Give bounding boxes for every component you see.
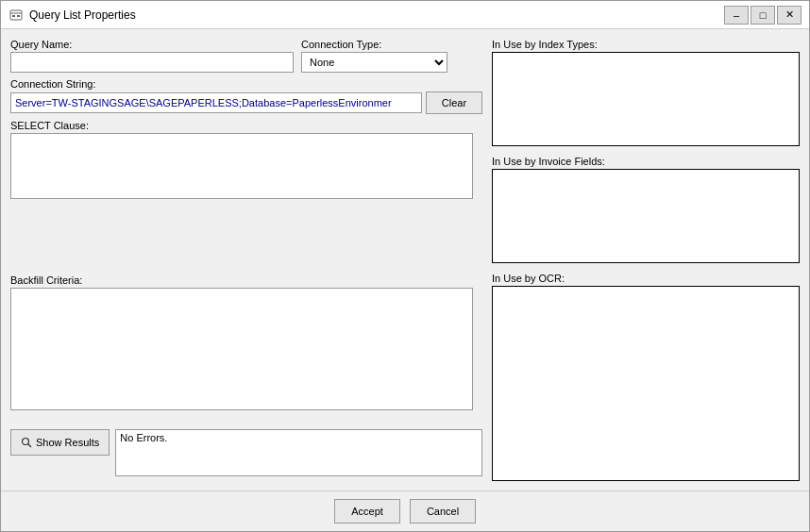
connection-string-row: Clear	[10, 91, 482, 114]
maximize-button[interactable]: □	[751, 6, 775, 25]
main-content: Query Name: Connection Type: None Connec…	[1, 29, 809, 490]
invoice-fields-label: In Use by Invoice Fields:	[492, 156, 800, 167]
window-icon	[8, 8, 24, 23]
select-clause-label: SELECT Clause:	[10, 120, 482, 131]
search-icon	[21, 437, 32, 448]
connection-type-select[interactable]: None	[301, 52, 447, 73]
show-results-button[interactable]: Show Results	[10, 429, 110, 456]
select-clause-textarea[interactable]	[10, 133, 473, 199]
errors-textarea[interactable]: No Errors.	[115, 429, 482, 476]
connection-string-group: Connection String: Clear	[10, 78, 482, 114]
bottom-row: Show Results No Errors.	[10, 429, 482, 481]
right-panel: In Use by Index Types: In Use by Invoice…	[492, 39, 800, 481]
svg-rect-2	[12, 15, 15, 17]
invoice-fields-listbox[interactable]	[492, 169, 800, 263]
backfill-criteria-textarea[interactable]	[10, 288, 473, 410]
index-types-listbox[interactable]	[492, 52, 800, 146]
title-bar: Query List Properties – □ ✕	[1, 1, 809, 29]
svg-rect-3	[17, 15, 20, 17]
window-controls: – □ ✕	[724, 6, 802, 25]
svg-line-5	[28, 444, 32, 448]
index-types-group: In Use by Index Types:	[492, 39, 800, 146]
footer: Accept Cancel	[1, 490, 809, 531]
ocr-group: In Use by OCR:	[492, 273, 800, 481]
query-name-group: Query Name:	[10, 39, 294, 73]
left-panel: Query Name: Connection Type: None Connec…	[10, 39, 482, 481]
invoice-fields-group: In Use by Invoice Fields:	[492, 156, 800, 263]
accept-button[interactable]: Accept	[334, 499, 400, 524]
window-title: Query List Properties	[29, 8, 724, 22]
top-fields-row: Query Name: Connection Type: None	[10, 39, 482, 73]
connection-string-input[interactable]	[10, 92, 422, 113]
connection-string-label: Connection String:	[10, 78, 482, 90]
cancel-button[interactable]: Cancel	[410, 499, 476, 524]
show-results-label: Show Results	[36, 437, 99, 448]
clear-button[interactable]: Clear	[426, 91, 482, 114]
ocr-label: In Use by OCR:	[492, 273, 800, 284]
main-window: Query List Properties – □ ✕ Query Name: …	[0, 0, 810, 532]
connection-type-label: Connection Type:	[301, 39, 447, 50]
close-button[interactable]: ✕	[777, 6, 802, 25]
index-types-label: In Use by Index Types:	[492, 39, 800, 50]
backfill-criteria-group: Backfill Criteria:	[10, 274, 482, 424]
svg-point-4	[23, 439, 29, 445]
query-name-input[interactable]	[10, 52, 294, 73]
query-name-label: Query Name:	[10, 39, 294, 50]
svg-rect-0	[10, 10, 22, 20]
ocr-listbox[interactable]	[492, 286, 800, 481]
backfill-criteria-label: Backfill Criteria:	[10, 274, 482, 286]
select-clause-group: SELECT Clause:	[10, 120, 482, 269]
minimize-button[interactable]: –	[724, 6, 749, 25]
connection-type-group: Connection Type: None	[301, 39, 447, 73]
